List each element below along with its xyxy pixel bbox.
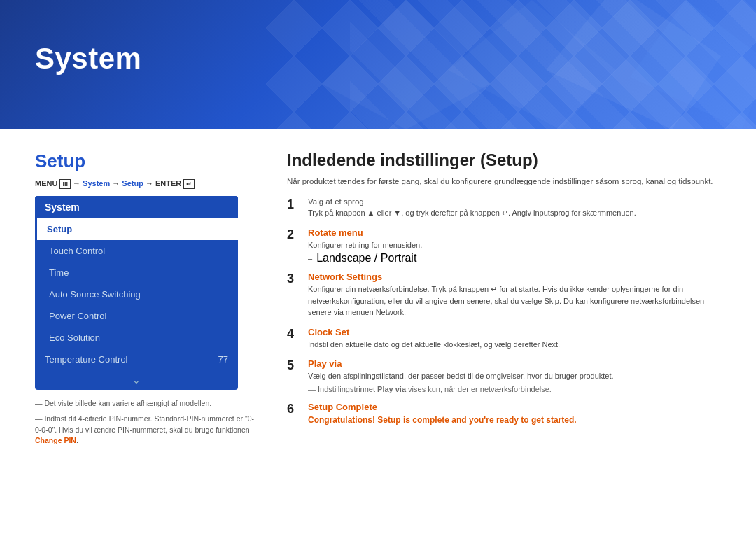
step-4-label: Clock Set bbox=[308, 327, 721, 337]
step-1-label: Valg af et sprog bbox=[308, 197, 721, 206]
header-banner: System bbox=[0, 0, 756, 129]
next-word: Next bbox=[542, 340, 558, 349]
step-4: 4 Clock Set Indstil den aktuelle dato og… bbox=[287, 327, 721, 352]
step-3-desc: Konfigurer din netværksforbindelse. Tryk… bbox=[308, 283, 721, 318]
step-6-label: Setup Complete bbox=[308, 402, 721, 412]
system-menu: System Setup Touch Control Time Auto Sou… bbox=[35, 196, 238, 390]
temperature-label: Temperature Control bbox=[45, 354, 128, 365]
step-5-content: Play via Vælg den afspilningstilstand, d… bbox=[308, 358, 721, 395]
step-1-desc: Tryk på knappen ▲ eller ▼, og tryk deref… bbox=[308, 207, 721, 219]
step-6: 6 Setup Complete Congratulations! Setup … bbox=[287, 402, 721, 425]
diamond-pattern bbox=[266, 0, 756, 129]
menu-item-temperature[interactable]: Temperature Control 77 bbox=[35, 349, 238, 370]
step-3-label: Network Settings bbox=[308, 272, 721, 282]
page-title: System bbox=[35, 42, 141, 76]
step-5-desc: Vælg den afspilningstilstand, der passer… bbox=[308, 370, 721, 382]
menu-item-time[interactable]: Time bbox=[35, 262, 238, 283]
footnote-2: — Indtast dit 4-cifrede PIN-nummer. Stan… bbox=[35, 414, 259, 447]
step-2: 2 Rotate menu Konfigurer retning for men… bbox=[287, 227, 721, 265]
skip-word: Skip bbox=[545, 297, 559, 305]
step-2-desc: Konfigurer retning for menusiden. bbox=[308, 239, 721, 251]
footnote-1: — Det viste billede kan variere afhængig… bbox=[35, 398, 259, 409]
section-title: Setup bbox=[35, 150, 259, 172]
menu-item-auto-source[interactable]: Auto Source Switching bbox=[35, 283, 238, 305]
temperature-value: 77 bbox=[218, 354, 228, 365]
landscape-link: Landscape bbox=[316, 252, 371, 264]
step-6-content: Setup Complete Congratulations! Setup is… bbox=[308, 402, 721, 425]
step-5: 5 Play via Vælg den afspilningstilstand,… bbox=[287, 358, 721, 395]
step-3: 3 Network Settings Konfigurer din netvær… bbox=[287, 272, 721, 320]
portrait-link: Portrait bbox=[381, 252, 417, 264]
change-pin-link[interactable]: Change PIN bbox=[35, 436, 76, 444]
step-6-number: 6 bbox=[287, 402, 300, 417]
step-4-number: 4 bbox=[287, 327, 300, 342]
step-5-note: ― Indstillingstrinnet Play via vises kun… bbox=[308, 384, 721, 395]
right-panel: Indledende indstillinger (Setup) Når pro… bbox=[287, 150, 721, 520]
step-4-desc: Indstil den aktuelle dato og det aktuell… bbox=[308, 339, 721, 351]
step-1-number: 1 bbox=[287, 197, 300, 213]
menu-path: MENU III → System → Setup → ENTER ↵ bbox=[35, 179, 259, 188]
network-word: Network bbox=[376, 308, 404, 316]
steps-list: 1 Valg af et sprog Tryk på knappen ▲ ell… bbox=[287, 197, 721, 425]
menu-item-power-control[interactable]: Power Control bbox=[35, 305, 238, 327]
intro-text: Når produktet tændes for første gang, sk… bbox=[287, 176, 721, 188]
step-2-content: Rotate menu Konfigurer retning for menus… bbox=[308, 227, 721, 265]
step-5-label: Play via bbox=[308, 358, 721, 369]
menu-item-touch-control[interactable]: Touch Control bbox=[35, 240, 238, 262]
left-panel: Setup MENU III → System → Setup → ENTER … bbox=[35, 150, 259, 520]
menu-item-setup[interactable]: Setup bbox=[35, 218, 238, 240]
chevron-down-icon[interactable]: ⌄ bbox=[35, 370, 238, 390]
step-3-number: 3 bbox=[287, 272, 300, 287]
step-2-number: 2 bbox=[287, 227, 300, 243]
page-heading: Indledende indstillinger (Setup) bbox=[287, 150, 721, 170]
menu-item-eco-solution[interactable]: Eco Solution bbox=[35, 327, 238, 349]
step-3-content: Network Settings Konfigurer din netværks… bbox=[308, 272, 721, 320]
main-content: Setup MENU III → System → Setup → ENTER … bbox=[0, 129, 756, 534]
step-2-sub: Landscape / Portrait bbox=[308, 252, 721, 265]
step-1-content: Valg af et sprog Tryk på knappen ▲ eller… bbox=[308, 197, 721, 220]
system-menu-header: System bbox=[35, 196, 238, 218]
step-1: 1 Valg af et sprog Tryk på knappen ▲ ell… bbox=[287, 197, 721, 220]
step-2-label: Rotate menu bbox=[308, 227, 721, 238]
step-4-content: Clock Set Indstil den aktuelle dato og d… bbox=[308, 327, 721, 352]
congratulations-text: Congratulations! Setup is complete and y… bbox=[308, 415, 721, 425]
step-5-number: 5 bbox=[287, 358, 300, 374]
